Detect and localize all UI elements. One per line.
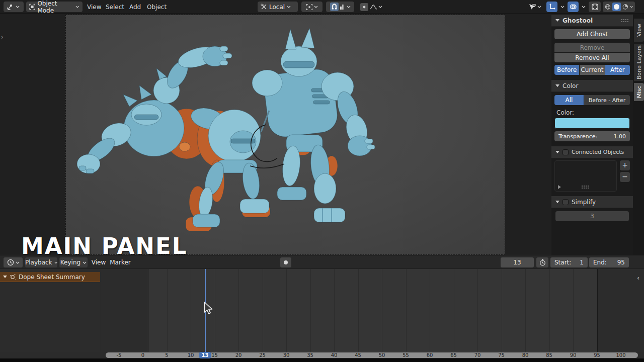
dope-sheet-summary-row[interactable]: Dope Sheet Summary	[0, 272, 100, 282]
pivot-point-selector[interactable]	[301, 2, 323, 12]
color-mode-all[interactable]: All	[554, 95, 584, 105]
current-frame-badge[interactable]: 13	[199, 352, 211, 358]
dope-sheet-area[interactable]: Dope Sheet Summary	[0, 269, 644, 352]
list-filter-arrow-icon[interactable]	[558, 185, 561, 189]
timeline-marker-menu[interactable]: Marker	[109, 257, 132, 267]
simplify-value-field[interactable]: 3	[555, 211, 629, 221]
proportional-editing-toggle[interactable]	[360, 3, 368, 11]
ghost-position-toggle: Before Current After	[554, 65, 630, 75]
frame-tick-label: 100	[616, 352, 625, 358]
shading-solid-toggle[interactable]	[612, 3, 621, 11]
shading-wireframe-icon[interactable]	[605, 3, 611, 11]
after-toggle[interactable]: After	[605, 65, 630, 75]
camera-frame[interactable]	[65, 15, 505, 255]
tab-bone-layers[interactable]: Bone Layers	[634, 44, 644, 81]
simplify-checkbox[interactable]	[562, 199, 569, 205]
pre-range-shade	[101, 269, 148, 352]
collapse-triangle-icon	[555, 151, 559, 153]
list-resize-grip-icon[interactable]	[581, 185, 589, 189]
timeline-view-menu[interactable]: View	[90, 257, 107, 267]
current-frame-field[interactable]: 13	[501, 257, 534, 267]
gridline	[286, 269, 287, 352]
end-frame-line	[597, 269, 598, 352]
current-toggle[interactable]: Current	[580, 65, 604, 75]
record-icon	[283, 260, 288, 265]
gizmo-dropdown[interactable]	[558, 2, 567, 12]
viewport-header: Object Mode View Select Add Object Local	[0, 0, 644, 14]
chevron-down-icon	[287, 6, 291, 8]
frame-tick-label: 70	[474, 352, 481, 358]
frame-tick-label: 40	[331, 352, 338, 358]
transform-orientation-selector[interactable]: Local	[258, 2, 298, 12]
keying-menu[interactable]: Keying	[59, 257, 88, 267]
frame-tick-label: 35	[307, 352, 313, 358]
overlays-dropdown[interactable]	[580, 2, 588, 12]
simplify-section-header[interactable]: Simplify	[551, 196, 633, 208]
transparency-label: Transparence:	[558, 133, 597, 140]
transparency-slider[interactable]: Transparence: 1.00	[554, 131, 630, 141]
end-label: End:	[593, 259, 607, 266]
timeline-editor-type-button[interactable]	[4, 257, 23, 267]
list-remove-button[interactable]: −	[620, 172, 630, 182]
connected-objects-list[interactable]	[554, 160, 617, 192]
mode-selector[interactable]: Object Mode	[26, 2, 83, 12]
use-preview-range-button[interactable]	[536, 257, 548, 267]
editor-type-button[interactable]	[4, 2, 24, 12]
color-label: Color:	[556, 109, 574, 116]
object-visibility-dropdown[interactable]	[524, 2, 545, 12]
gridline	[334, 269, 335, 352]
timeline-scrollbar[interactable]	[106, 352, 638, 358]
transparency-value: 1.00	[614, 133, 626, 140]
snap-toggle[interactable]	[330, 3, 339, 11]
collapse-triangle-icon	[555, 19, 559, 22]
list-add-button[interactable]: +	[620, 160, 630, 170]
proportional-editing-controls[interactable]	[358, 2, 384, 12]
3d-viewport[interactable]: ›	[0, 14, 551, 255]
chevron-down-icon	[75, 6, 79, 8]
shading-material-icon[interactable]	[622, 3, 628, 11]
remove-all-button[interactable]: Remove All	[554, 53, 630, 62]
playback-menu[interactable]: Playback	[25, 257, 57, 267]
add-ghost-button[interactable]: Add Ghost	[554, 29, 630, 39]
timeline-scrubber[interactable]: -505101520253035404550556065707580859095…	[0, 352, 644, 358]
ghostool-panel-header[interactable]: Ghostool	[551, 15, 633, 27]
snapping-controls[interactable]	[326, 2, 354, 12]
remove-button[interactable]: Remove	[554, 43, 630, 52]
before-toggle[interactable]: Before	[554, 65, 579, 75]
shading-dropdown-icon[interactable]	[630, 6, 633, 8]
connected-objects-header[interactable]: Connected Objects	[551, 146, 633, 158]
show-gizmo-toggle[interactable]	[546, 2, 557, 12]
chevron-down-icon	[582, 6, 586, 8]
chevron-down-icon	[54, 261, 57, 264]
frame-tick-label: 50	[379, 352, 385, 358]
snap-target-icon	[340, 4, 346, 10]
visibility-pointer-icon	[529, 4, 536, 11]
timeline-header: Playback Keying View Marker 13	[0, 255, 644, 269]
record-button[interactable]	[280, 257, 291, 267]
menu-object[interactable]: Object	[142, 0, 171, 14]
robot-model[interactable]	[66, 15, 506, 255]
color-mode-before-after[interactable]: Before - After	[584, 95, 630, 105]
gridline	[263, 269, 263, 352]
region-expand-arrow[interactable]: ‹	[637, 274, 639, 282]
proportional-circle-icon	[361, 4, 367, 10]
end-frame-field[interactable]: End: 95	[589, 257, 629, 267]
gizmo-axes-icon	[548, 4, 555, 11]
channel-expand-triangle-icon[interactable]	[3, 276, 7, 278]
color-section-header[interactable]: Color	[551, 80, 633, 92]
tab-view[interactable]: View	[634, 19, 644, 42]
gridline	[477, 269, 478, 352]
start-frame-field[interactable]: Start: 1	[550, 257, 588, 267]
frame-tick-label: 90	[570, 352, 577, 358]
show-overlays-toggle[interactable]	[568, 2, 579, 12]
viewport-shading-group	[603, 2, 635, 12]
tab-misc[interactable]: Misc	[634, 83, 644, 101]
panel-grip-icon[interactable]	[621, 19, 629, 22]
connected-objects-checkbox[interactable]	[562, 149, 569, 155]
color-swatch[interactable]	[554, 118, 630, 129]
frame-tick-label: 85	[546, 352, 552, 358]
toolbar-expand-arrow[interactable]: ›	[1, 34, 4, 41]
xray-toggle[interactable]	[589, 2, 601, 12]
frame-tick-label: 55	[403, 352, 409, 358]
gridline	[454, 269, 454, 352]
